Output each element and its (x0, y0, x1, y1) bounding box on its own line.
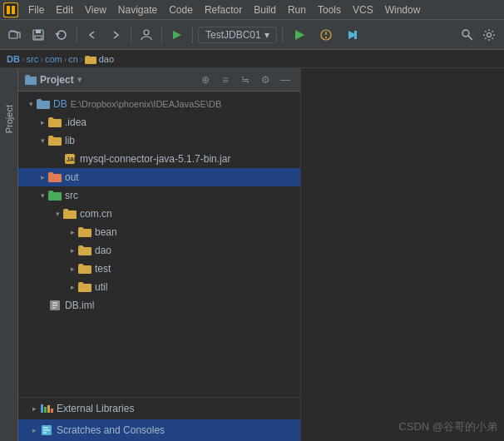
menu-refactor[interactable]: Refactor (200, 2, 247, 17)
panel-flatten-button[interactable]: ≡ (217, 72, 234, 88)
tree-label-bean: bean (95, 226, 117, 238)
svg-rect-39 (51, 409, 53, 413)
breadcrumb-src[interactable]: src (27, 54, 39, 64)
menu-tools[interactable]: Tools (313, 2, 346, 17)
svg-rect-14 (354, 31, 357, 39)
tree-item-lib[interactable]: lib (18, 131, 300, 150)
svg-rect-2 (12, 6, 15, 14)
tree-arrow-scratches[interactable] (28, 424, 40, 436)
panel-minimize-button[interactable]: — (277, 72, 294, 88)
forward-button[interactable] (106, 25, 126, 45)
breadcrumb-sep-4: › (80, 54, 83, 64)
build-button[interactable] (314, 23, 338, 47)
tree-item-com-cn[interactable]: com.cn (18, 205, 300, 223)
side-tab: Project (0, 68, 18, 441)
profile-button[interactable] (136, 25, 156, 45)
green-arrow-button[interactable] (167, 25, 187, 45)
folder-icon-db (37, 97, 50, 111)
tree-label-idea: .idea (65, 116, 86, 128)
menu-run[interactable]: Run (283, 2, 311, 17)
panel-bottom: External Libraries Scratches and Console… (18, 397, 300, 441)
back-button[interactable] (82, 25, 102, 45)
tree-item-mysql-jar[interactable]: JAR mysql-connector-java-5.1.7-bin.jar (18, 150, 300, 168)
svg-rect-38 (47, 405, 50, 413)
menu-vcs[interactable]: VCS (348, 2, 378, 17)
tree-arrow-dao[interactable] (67, 245, 78, 256)
debug-run-button[interactable] (341, 23, 364, 47)
tree-item-bean[interactable]: bean (18, 223, 300, 241)
tree-arrow-idea[interactable] (37, 116, 48, 128)
svg-rect-36 (41, 404, 43, 413)
tree-item-util[interactable]: util (18, 278, 300, 296)
folder-icon-test (78, 262, 91, 275)
tree-arrow-bean[interactable] (67, 226, 78, 238)
tree-item-test[interactable]: test (18, 260, 300, 278)
breadcrumb-com[interactable]: com (45, 54, 62, 64)
jar-icon: JAR (63, 152, 77, 166)
svg-rect-27 (63, 211, 77, 219)
panel-settings-button[interactable]: ⚙ (257, 72, 274, 88)
svg-point-17 (487, 32, 492, 37)
svg-text:JAR: JAR (67, 156, 77, 162)
menu-navigate[interactable]: Navigate (113, 2, 162, 17)
tree-item-src[interactable]: src (18, 186, 300, 205)
tree-arrow-test[interactable] (67, 263, 78, 275)
svg-rect-31 (78, 284, 91, 292)
tree-arrow-db[interactable] (25, 98, 37, 110)
tree-arrow-jar (52, 153, 63, 165)
search-everywhere-button[interactable] (457, 25, 477, 45)
panel-add-button[interactable]: ⊕ (197, 72, 214, 88)
breadcrumb-dao-label: dao (99, 54, 114, 64)
open-file-button[interactable] (5, 25, 25, 45)
tree-item-dao[interactable]: dao (18, 241, 300, 260)
menu-code[interactable]: Code (164, 2, 198, 17)
svg-marker-9 (295, 30, 304, 40)
toolbar-separator-2 (131, 27, 131, 43)
breadcrumb-sep-1: › (22, 54, 25, 64)
breadcrumb: DB › src › com › cn › dao (0, 50, 504, 68)
run-button[interactable] (288, 23, 311, 47)
folder-icon-dao (78, 244, 91, 257)
tree-arrow-out[interactable] (37, 171, 48, 183)
menu-view[interactable]: View (80, 2, 111, 17)
tree-item-db[interactable]: DB E:\Dropbox\phoenix\IDEAJavaSE\DB (18, 95, 300, 113)
menu-edit[interactable]: Edit (51, 2, 78, 17)
svg-rect-25 (48, 174, 62, 182)
sync-button[interactable] (52, 25, 72, 45)
tree-label-lib: lib (65, 135, 75, 146)
menu-window[interactable]: Window (380, 2, 426, 17)
toolbar: TestJDBC01 ▾ (0, 20, 504, 50)
svg-rect-20 (37, 101, 50, 109)
scratches-item[interactable]: Scratches and Consoles (18, 419, 300, 441)
tree-item-out[interactable]: out (18, 168, 300, 186)
tree-label-dao: dao (95, 245, 111, 256)
tree-item-db-iml[interactable]: DB.iml (18, 296, 300, 315)
tree-label-db: DB (53, 98, 67, 110)
tree-arrow-com-cn[interactable] (52, 208, 63, 220)
save-button[interactable] (28, 25, 48, 45)
tree-arrow-util[interactable] (67, 281, 78, 293)
folder-icon-lib (48, 134, 62, 147)
breadcrumb-cn[interactable]: cn (68, 54, 78, 64)
breadcrumb-db[interactable]: DB (7, 54, 20, 64)
external-libraries-icon (40, 402, 53, 415)
settings-button[interactable] (479, 25, 499, 45)
menu-file[interactable]: File (23, 2, 49, 17)
toolbar-separator-3 (161, 27, 162, 43)
menu-items: File Edit View Navigate Code Refactor Bu… (23, 2, 425, 17)
tree-label-out: out (65, 171, 79, 183)
run-config-selector[interactable]: TestJDBC01 ▾ (198, 27, 277, 43)
tree-arrow-src[interactable] (37, 190, 48, 201)
tree-item-idea[interactable]: .idea (18, 113, 300, 131)
panel-collapse-button[interactable]: ≒ (237, 72, 254, 88)
folder-icon-out (48, 171, 62, 184)
toolbar-separator-1 (77, 27, 77, 43)
menu-build[interactable]: Build (249, 2, 281, 17)
external-libraries-item[interactable]: External Libraries (18, 398, 300, 419)
panel-title-arrow[interactable]: ▾ (77, 75, 82, 84)
tree-arrow-lib[interactable] (37, 135, 48, 146)
svg-rect-30 (78, 265, 91, 274)
side-tab-project[interactable]: Project (2, 102, 16, 136)
tree-arrow-ext-libs[interactable] (28, 403, 40, 414)
app-icon (3, 2, 18, 17)
